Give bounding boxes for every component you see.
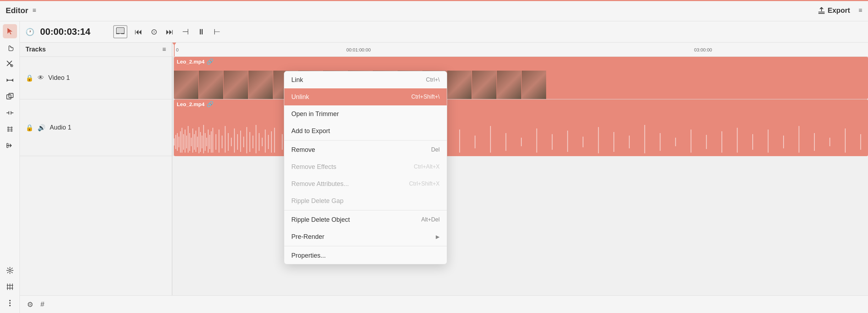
timeline-tracks: 0 00:01:00:00 03:00:00 Leo_2.mp4 — [172, 43, 868, 295]
thumb-12 — [447, 71, 472, 99]
timecode-display: 00:00:03:14 — [40, 26, 90, 37]
svg-rect-29 — [188, 126, 188, 153]
rewind-button[interactable]: ⏮ — [133, 26, 144, 38]
svg-rect-42 — [208, 130, 209, 153]
svg-rect-66 — [282, 134, 282, 150]
menu-item-link[interactable]: Link Ctrl+\ — [284, 71, 447, 88]
menu-item-unlink[interactable]: Unlink Ctrl+Shift+\ — [284, 88, 447, 105]
menu-remove-shortcut: Del — [431, 147, 440, 153]
svg-rect-53 — [237, 134, 238, 150]
audio-waveform — [174, 121, 868, 156]
snap-tool-button[interactable] — [3, 122, 17, 136]
video-clip-link-icon: 🔗 — [207, 58, 214, 65]
svg-rect-100 — [660, 133, 660, 151]
svg-point-15 — [9, 305, 11, 306]
audio-clip[interactable]: Leo_2.mp4 🔗 — [174, 99, 868, 156]
svg-rect-103 — [706, 135, 707, 149]
menu-item-properties[interactable]: Properties... — [284, 247, 447, 264]
header-right-menu-icon[interactable]: ≡ — [858, 7, 862, 14]
audio-lock-icon[interactable]: 🔒 — [26, 124, 33, 132]
bottom-settings-icon[interactable]: ⚙ — [26, 299, 35, 310]
menu-item-ripple-delete-object[interactable]: Ripple Delete Object Alt+Del — [284, 211, 447, 228]
svg-rect-59 — [256, 125, 256, 153]
svg-rect-50 — [228, 133, 229, 151]
settings-button[interactable] — [3, 263, 17, 278]
menu-item-remove-attributes: Remove Attributes... Ctrl+Shift+X — [284, 175, 447, 192]
svg-rect-97 — [614, 132, 614, 152]
svg-rect-57 — [249, 132, 250, 152]
menu-item-remove[interactable]: Remove Del — [284, 141, 447, 158]
dots-button[interactable] — [3, 296, 17, 310]
trim-tool-button[interactable] — [3, 73, 17, 87]
clock-icon: 🕐 — [26, 28, 34, 36]
svg-rect-38 — [202, 136, 202, 148]
menu-ripple-delete-object-label: Ripple Delete Object — [291, 216, 350, 224]
svg-rect-54 — [240, 131, 241, 152]
flow-tool-button[interactable] — [3, 138, 17, 153]
mark-out-button[interactable]: ⊢ — [212, 26, 222, 38]
pointer-tool-button[interactable] — [3, 24, 17, 38]
svg-rect-87 — [459, 130, 460, 153]
tracks-menu-icon[interactable]: ≡ — [162, 46, 166, 53]
svg-rect-101 — [675, 138, 676, 146]
thumb-4 — [248, 71, 273, 99]
header-menu-icon[interactable]: ≡ — [33, 7, 37, 14]
snap-icon — [6, 125, 14, 133]
playhead[interactable] — [174, 43, 175, 56]
menu-unlink-shortcut: Ctrl+Shift+\ — [411, 94, 440, 100]
top-border — [0, 0, 868, 1]
trim-icon — [6, 76, 14, 84]
mark-in-button[interactable]: ⊣ — [181, 26, 190, 38]
svg-rect-96 — [598, 127, 599, 153]
pause-button[interactable]: ⏸ — [196, 26, 207, 38]
audio-speaker-icon[interactable]: 🔊 — [38, 124, 45, 132]
grid-button[interactable] — [3, 280, 17, 294]
audio-track-area: Leo_2.mp4 🔗 — [172, 99, 868, 156]
menu-pre-render-arrow: ▶ — [436, 234, 440, 240]
track-header: Tracks ≡ — [20, 43, 172, 57]
duplicate-icon — [6, 93, 14, 100]
svg-rect-58 — [253, 136, 253, 148]
header-bar: Editor ≡ Export ≡ — [0, 0, 868, 21]
svg-rect-110 — [814, 133, 815, 151]
menu-item-add-export[interactable]: Add to Export — [284, 122, 447, 139]
audio-clip-link-icon: 🔗 — [207, 101, 214, 108]
svg-marker-2 — [7, 28, 12, 34]
menu-item-pre-render[interactable]: Pre-Render ▶ — [284, 228, 447, 245]
video-lock-icon[interactable]: 🔒 — [26, 74, 33, 82]
svg-rect-102 — [691, 130, 691, 153]
svg-rect-104 — [721, 131, 722, 153]
svg-rect-60 — [259, 133, 259, 151]
duplicate-tool-button[interactable] — [3, 89, 17, 104]
svg-rect-18 — [116, 33, 120, 34]
bottom-grid-icon[interactable]: # — [39, 299, 46, 310]
razor-tool-button[interactable] — [3, 57, 17, 71]
svg-rect-89 — [490, 126, 491, 153]
preview-icon[interactable] — [113, 25, 127, 38]
thumb-3 — [224, 71, 248, 99]
timeline-ruler: 0 00:01:00:00 03:00:00 — [172, 43, 868, 57]
context-menu: Link Ctrl+\ Unlink Ctrl+Shift+\ Open in … — [284, 71, 447, 264]
menu-remove-label: Remove — [291, 146, 315, 154]
svg-rect-98 — [629, 136, 630, 148]
video-clip[interactable]: Leo_2.mp4 🔗 — [174, 57, 868, 99]
dots-icon — [6, 299, 14, 307]
video-eye-icon[interactable]: 👁 — [38, 74, 44, 82]
svg-rect-63 — [268, 135, 269, 149]
svg-rect-34 — [196, 131, 196, 152]
svg-rect-91 — [521, 138, 522, 146]
left-toolbar — [0, 21, 20, 313]
editor-title: Editor — [6, 6, 28, 15]
svg-rect-105 — [737, 128, 738, 153]
svg-rect-20 — [174, 138, 175, 145]
play-circle-button[interactable]: ⊙ — [149, 26, 159, 38]
grid-icon — [6, 283, 14, 291]
svg-rect-21 — [175, 135, 176, 149]
fast-forward-button[interactable]: ⏭ — [164, 26, 175, 38]
svg-rect-17 — [117, 28, 123, 33]
export-button[interactable]: Export — [813, 4, 854, 17]
hand-tool-button[interactable] — [3, 40, 17, 55]
svg-rect-32 — [192, 128, 193, 153]
menu-item-open-trimmer[interactable]: Open in Trimmer — [284, 105, 447, 122]
ripple-tool-button[interactable] — [3, 106, 17, 120]
